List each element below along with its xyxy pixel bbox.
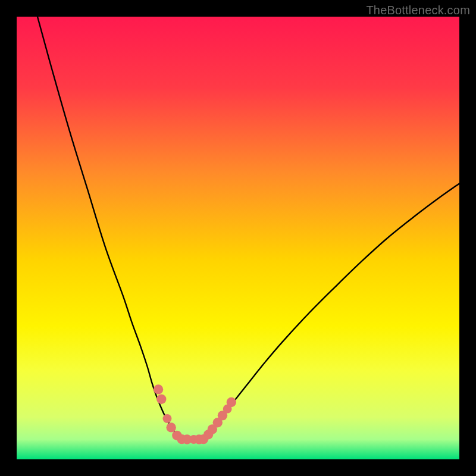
data-marker [154,384,163,394]
data-marker [163,414,172,423]
chart-svg [17,17,459,459]
data-marker [156,394,166,404]
data-marker [227,397,236,407]
plot-area [17,17,459,459]
outer-frame: TheBottleneck.com [0,0,476,476]
watermark-text: TheBottleneck.com [366,4,470,17]
gradient-background [17,17,459,459]
data-marker [166,422,176,432]
